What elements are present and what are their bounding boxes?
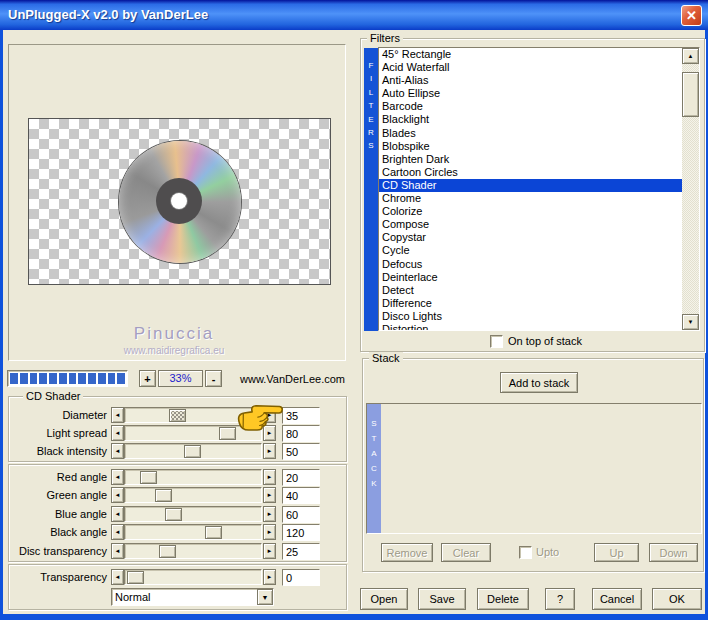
slider-value-input[interactable] <box>282 487 320 504</box>
filter-list-item[interactable]: Blades <box>379 127 699 140</box>
title-bar[interactable]: UnPlugged-X v2.0 by VanDerLee ✕ <box>0 0 708 30</box>
clear-button[interactable]: Clear <box>441 543 491 562</box>
slider-right-arrow-icon[interactable]: ► <box>263 506 276 522</box>
slider-thumb[interactable] <box>155 489 172 502</box>
action-button-open[interactable]: Open <box>360 588 408 610</box>
slider-left-arrow-icon[interactable]: ◄ <box>111 506 124 522</box>
filter-list-item[interactable]: Chrome <box>379 192 699 205</box>
filter-list-item[interactable]: CD Shader <box>379 179 699 192</box>
filter-list-item[interactable]: Barcode <box>379 100 699 113</box>
slider-label: Blue angle <box>9 508 107 520</box>
slider-left-arrow-icon[interactable]: ◄ <box>111 487 124 503</box>
slider-label: Light spread <box>9 427 107 439</box>
slider-left-arrow-icon[interactable]: ◄ <box>111 569 124 585</box>
action-button-save[interactable]: Save <box>418 588 466 610</box>
slider-right-arrow-icon[interactable]: ► <box>263 443 276 459</box>
shader-group: CD Shader Diameter ◄ ► Light spread ◄ ► … <box>8 396 347 462</box>
slider-left-arrow-icon[interactable]: ◄ <box>111 543 124 559</box>
action-button-delete[interactable]: Delete <box>477 588 529 610</box>
slider-right-arrow-icon[interactable]: ► <box>263 569 276 585</box>
slider-track[interactable] <box>124 487 262 503</box>
slider-value-input[interactable] <box>282 443 320 460</box>
filter-list-item[interactable]: Cycle <box>379 244 699 257</box>
filter-list-scrollbar[interactable]: ▲ ▼ <box>682 48 699 330</box>
close-icon[interactable]: ✕ <box>681 5 702 26</box>
slider-left-arrow-icon[interactable]: ◄ <box>111 407 124 423</box>
banner-letter: T <box>364 99 378 112</box>
filter-list-item[interactable]: Defocus <box>379 258 699 271</box>
slider-row: Diameter ◄ ► <box>9 407 346 424</box>
slider-track[interactable] <box>124 543 262 559</box>
filter-list-item[interactable]: Difference <box>379 297 699 310</box>
action-button-ok[interactable]: OK <box>652 588 702 610</box>
slider-value-input[interactable] <box>282 543 320 560</box>
add-to-stack-button[interactable]: Add to stack <box>500 372 578 393</box>
filter-list-item[interactable]: Compose <box>379 218 699 231</box>
filter-list-item[interactable]: Cartoon Circles <box>379 166 699 179</box>
blend-mode-dropdown[interactable]: Normal ▼ <box>111 588 274 606</box>
filter-list-item[interactable]: Anti-Alias <box>379 74 699 87</box>
filter-list-item[interactable]: Blacklight <box>379 113 699 126</box>
preview-image <box>28 118 331 285</box>
filter-list-item[interactable]: Acid Waterfall <box>379 61 699 74</box>
down-button[interactable]: Down <box>649 543 698 562</box>
up-button[interactable]: Up <box>594 543 639 562</box>
zoom-in-button[interactable]: + <box>139 370 156 387</box>
upto-checkbox[interactable] <box>519 546 532 559</box>
filter-list-item[interactable]: Disco Lights <box>379 310 699 323</box>
remove-button[interactable]: Remove <box>381 543 433 562</box>
slider-track[interactable] <box>124 443 262 459</box>
slider-thumb[interactable] <box>127 571 144 584</box>
filter-list-item[interactable]: Copystar <box>379 231 699 244</box>
chevron-down-icon[interactable]: ▼ <box>257 589 273 605</box>
scroll-down-icon[interactable]: ▼ <box>682 314 699 330</box>
shader-group-title: CD Shader <box>23 390 83 402</box>
zoom-out-button[interactable]: - <box>205 370 222 387</box>
slider-thumb[interactable] <box>140 471 157 484</box>
angles-group: Red angle ◄ ► Green angle ◄ ► Blue angle… <box>8 464 347 562</box>
filter-list-item[interactable]: 45° Rectangle <box>379 48 699 61</box>
slider-thumb[interactable] <box>184 445 201 458</box>
slider-value-input[interactable] <box>282 469 320 486</box>
slider-label: Black intensity <box>9 445 107 457</box>
plugin-dialog-window: UnPlugged-X v2.0 by VanDerLee ✕ Pinuccia… <box>0 0 708 620</box>
slider-value-input[interactable] <box>282 524 320 541</box>
slider-left-arrow-icon[interactable]: ◄ <box>111 425 124 441</box>
filter-list-item[interactable]: Auto Ellipse <box>379 87 699 100</box>
slider-right-arrow-icon[interactable]: ► <box>263 524 276 540</box>
slider-left-arrow-icon[interactable]: ◄ <box>111 443 124 459</box>
slider-right-arrow-icon[interactable]: ► <box>263 543 276 559</box>
slider-right-arrow-icon[interactable]: ► <box>263 487 276 503</box>
scrollbar-thumb[interactable] <box>682 72 699 117</box>
banner-letter: C <box>367 461 381 476</box>
slider-track[interactable] <box>124 569 262 585</box>
slider-left-arrow-icon[interactable]: ◄ <box>111 469 124 485</box>
transparency-group: Normal ▼ Transparency ◄ ► <box>8 564 347 610</box>
slider-track[interactable] <box>124 506 262 522</box>
filter-list-item[interactable]: Deinterlace <box>379 271 699 284</box>
slider-left-arrow-icon[interactable]: ◄ <box>111 524 124 540</box>
slider-track[interactable] <box>124 524 262 540</box>
slider-thumb[interactable] <box>165 508 182 521</box>
slider-right-arrow-icon[interactable]: ► <box>263 469 276 485</box>
filter-list-item[interactable]: Brighten Dark <box>379 153 699 166</box>
banner-letter: F <box>364 59 378 72</box>
filter-list-item[interactable]: Colorize <box>379 205 699 218</box>
filter-list-item[interactable]: Detect <box>379 284 699 297</box>
action-button-cancel[interactable]: Cancel <box>592 588 642 610</box>
filter-listbox[interactable]: 45° RectangleAcid WaterfallAnti-AliasAut… <box>378 47 700 331</box>
filter-list-item[interactable]: Distortion <box>379 323 699 331</box>
stack-listbox[interactable]: STACK <box>366 403 702 534</box>
slider-thumb[interactable] <box>205 526 222 539</box>
slider-value-input[interactable] <box>282 569 320 586</box>
on-top-of-stack-checkbox[interactable] <box>490 335 503 348</box>
filter-list-item[interactable]: Blobspike <box>379 140 699 153</box>
slider-value-input[interactable] <box>282 506 320 523</box>
action-button-help[interactable]: ? <box>545 588 575 610</box>
slider-row: Blue angle ◄ ► <box>9 506 346 523</box>
slider-thumb[interactable] <box>159 545 176 558</box>
slider-thumb[interactable] <box>169 409 186 422</box>
slider-track[interactable] <box>124 469 262 485</box>
slider-row: Transparency ◄ ► <box>9 569 346 586</box>
scroll-up-icon[interactable]: ▲ <box>682 48 699 64</box>
